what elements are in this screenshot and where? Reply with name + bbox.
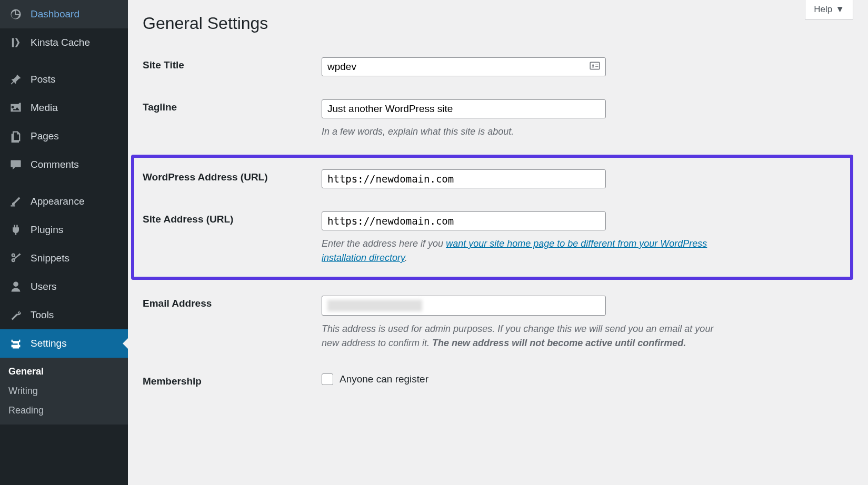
sidebar-item-users[interactable]: Users bbox=[0, 272, 128, 301]
wrench-icon bbox=[8, 308, 23, 322]
sidebar-item-dashboard[interactable]: Dashboard bbox=[0, 0, 128, 28]
scissors-icon bbox=[8, 251, 23, 266]
submenu-item-reading[interactable]: Reading bbox=[0, 401, 128, 420]
pages-icon bbox=[8, 129, 23, 144]
sliders-icon bbox=[8, 336, 23, 351]
sidebar-label: Pages bbox=[31, 130, 59, 142]
plug-icon bbox=[8, 223, 23, 237]
kinsta-icon bbox=[8, 35, 23, 50]
page-title: General Settings bbox=[143, 0, 853, 46]
url-highlight-box: WordPress Address (URL) Site Address (UR… bbox=[131, 155, 853, 280]
id-card-icon bbox=[589, 60, 601, 74]
sidebar-label: Snippets bbox=[31, 252, 69, 264]
admin-sidebar: Dashboard Kinsta Cache Posts Media Pages… bbox=[0, 0, 128, 485]
settings-submenu: General Writing Reading bbox=[0, 358, 128, 425]
site-url-input[interactable] bbox=[322, 211, 606, 230]
label-site-title: Site Title bbox=[143, 57, 322, 71]
email-input[interactable] bbox=[322, 296, 606, 316]
membership-checkbox[interactable] bbox=[322, 373, 333, 385]
comments-icon bbox=[8, 157, 23, 172]
submenu-item-writing[interactable]: Writing bbox=[0, 381, 128, 401]
svg-rect-2 bbox=[595, 65, 598, 65]
user-icon bbox=[8, 279, 23, 294]
sidebar-item-snippets[interactable]: Snippets bbox=[0, 244, 128, 272]
sidebar-item-posts[interactable]: Posts bbox=[0, 65, 128, 94]
pin-icon bbox=[8, 72, 23, 87]
submenu-item-general[interactable]: General bbox=[0, 362, 128, 381]
sidebar-label: Users bbox=[31, 281, 57, 292]
sidebar-item-appearance[interactable]: Appearance bbox=[0, 187, 128, 216]
sidebar-item-comments[interactable]: Comments bbox=[0, 150, 128, 179]
label-tagline: Tagline bbox=[143, 99, 322, 113]
membership-checkbox-label: Anyone can register bbox=[340, 373, 428, 385]
row-wp-url: WordPress Address (URL) bbox=[143, 158, 846, 200]
sidebar-label: Media bbox=[31, 102, 58, 114]
redacted-content bbox=[327, 300, 422, 311]
sidebar-label: Appearance bbox=[31, 196, 84, 207]
media-icon bbox=[8, 100, 23, 115]
row-email: Email Address This address is used for a… bbox=[143, 284, 853, 362]
email-description: This address is used for admin purposes.… bbox=[322, 322, 732, 350]
label-membership: Membership bbox=[143, 373, 322, 387]
sidebar-item-kinsta-cache[interactable]: Kinsta Cache bbox=[0, 28, 128, 57]
sidebar-label: Kinsta Cache bbox=[31, 37, 90, 48]
dashboard-icon bbox=[8, 7, 23, 22]
label-site-url: Site Address (URL) bbox=[143, 211, 322, 225]
row-site-url: Site Address (URL) Enter the address her… bbox=[143, 200, 846, 277]
sidebar-label: Posts bbox=[31, 74, 56, 85]
svg-point-1 bbox=[592, 64, 594, 66]
svg-rect-0 bbox=[590, 62, 600, 69]
sidebar-label: Comments bbox=[31, 159, 79, 170]
label-email: Email Address bbox=[143, 296, 322, 309]
settings-form: Site Title Tagline In a few words, expla… bbox=[143, 46, 853, 399]
tagline-description: In a few words, explain what this site i… bbox=[322, 125, 732, 139]
sidebar-item-settings[interactable]: Settings bbox=[0, 329, 128, 358]
row-tagline: Tagline In a few words, explain what thi… bbox=[143, 88, 853, 150]
sidebar-item-pages[interactable]: Pages bbox=[0, 122, 128, 150]
site-title-input[interactable] bbox=[322, 57, 606, 76]
row-site-title: Site Title bbox=[143, 46, 853, 88]
main-content: Help ▼ General Settings Site Title Tagli… bbox=[128, 0, 868, 485]
sidebar-label: Settings bbox=[31, 338, 67, 349]
sidebar-item-tools[interactable]: Tools bbox=[0, 301, 128, 329]
tagline-input[interactable] bbox=[322, 99, 606, 118]
chevron-down-icon: ▼ bbox=[835, 4, 844, 15]
sidebar-label: Tools bbox=[31, 309, 54, 321]
site-url-description: Enter the address here if you want your … bbox=[322, 237, 732, 265]
svg-rect-3 bbox=[595, 66, 598, 67]
label-wp-url: WordPress Address (URL) bbox=[143, 169, 322, 183]
sidebar-label: Plugins bbox=[31, 224, 63, 236]
row-membership: Membership Anyone can register bbox=[143, 362, 853, 399]
sidebar-item-media[interactable]: Media bbox=[0, 94, 128, 122]
brush-icon bbox=[8, 194, 23, 209]
sidebar-label: Dashboard bbox=[31, 8, 79, 20]
help-tab[interactable]: Help ▼ bbox=[805, 0, 853, 19]
help-label: Help bbox=[814, 4, 832, 15]
sidebar-item-plugins[interactable]: Plugins bbox=[0, 216, 128, 244]
wp-url-input[interactable] bbox=[322, 169, 606, 188]
